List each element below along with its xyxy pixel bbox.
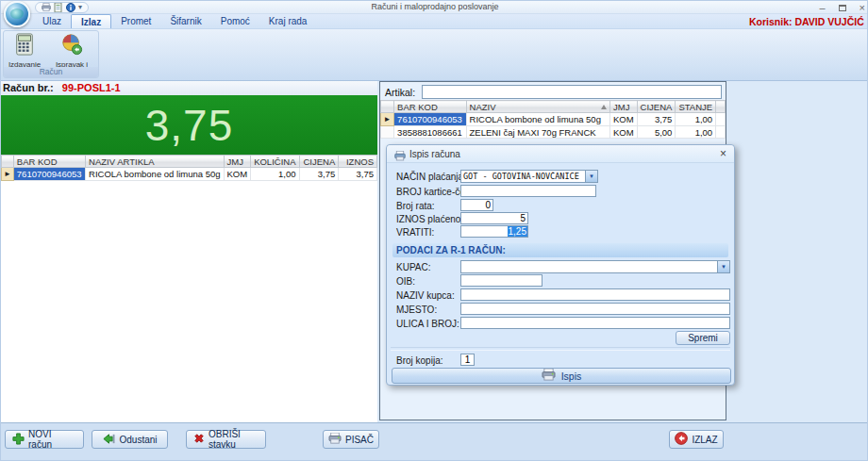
cell-stanje[interactable]: 1,00: [676, 126, 716, 139]
payment-dropdown-icon[interactable]: ▼: [585, 171, 597, 182]
close-button[interactable]: ×: [860, 3, 865, 12]
ulica-broj-input[interactable]: [460, 317, 730, 329]
ribbon-group-label: Račun: [4, 67, 98, 77]
col-jmj[interactable]: JMJ: [609, 101, 637, 113]
cell-stanje[interactable]: 1,00: [676, 113, 716, 126]
tab-izlaz[interactable]: Izlaz: [71, 14, 111, 29]
obrisi-stavku-button[interactable]: OBRIŠI stavku: [186, 430, 266, 449]
tab-pomoc[interactable]: Pomoć: [211, 14, 259, 29]
ispravak-rekapitulacija-button[interactable]: Ispravak i rekapitulacija prometa: [45, 31, 98, 69]
card-number-input[interactable]: [460, 185, 596, 197]
ribbon-group-racun: Izdavanje računa Ispravak i rekapitulaci…: [3, 30, 99, 78]
ulica-broj-label: ULICA I BROJ:: [396, 319, 459, 329]
obrisi-stavku-label: OBRIŠI stavku: [209, 429, 259, 450]
col-cijena[interactable]: CIJENA: [299, 156, 339, 168]
cell-iznos[interactable]: 3,75: [339, 168, 377, 181]
payment-label: NAČIN plaćanja:: [396, 172, 466, 182]
naziv-kupca-input[interactable]: [460, 288, 730, 301]
minimize-button[interactable]: –: [819, 3, 825, 12]
cell-kolicina[interactable]: 1,00: [251, 168, 299, 181]
title-bar[interactable]: Računi i maloprodajno poslovanje – ×: [1, 1, 868, 14]
col-naziv-artikla[interactable]: NAZIV ARTIKLA: [86, 156, 224, 168]
tab-kraj-rada[interactable]: Kraj rada: [259, 14, 317, 29]
tab-ulaz[interactable]: Ulaz: [33, 14, 71, 29]
cell-barkod[interactable]: 7610700946053: [13, 168, 85, 181]
payment-combobox[interactable]: GOT - GOTOVINA-NOVČANICE ▼: [460, 170, 598, 183]
cell-jmj[interactable]: KOM: [609, 113, 637, 126]
col-stanje[interactable]: STANJE: [676, 101, 716, 113]
cell-cijena[interactable]: 3,75: [299, 168, 339, 181]
col-iznos[interactable]: IZNOS: [339, 156, 377, 168]
col-cijena[interactable]: CIJENA: [637, 101, 676, 113]
ribbon: Izdavanje računa Ispravak i rekapitulaci…: [1, 29, 868, 81]
col-naziv-label: NAZIV: [470, 102, 496, 112]
kupac-label: KUPAC:: [396, 262, 431, 272]
installments-input[interactable]: [460, 199, 493, 211]
articles-table-row[interactable]: ► 7610700946053 RICOLA bombone od limuna…: [381, 113, 726, 126]
kupac-combobox[interactable]: ▼: [460, 260, 730, 273]
cell-barkod[interactable]: 7610700946053: [394, 113, 466, 126]
col-barkod[interactable]: BAR KOD: [13, 156, 85, 168]
izdavanje-racuna-button[interactable]: Izdavanje računa: [4, 31, 45, 69]
quick-print-icon[interactable]: [42, 3, 51, 12]
pie-chart-icon: [60, 33, 83, 59]
app-menu-orb[interactable]: [4, 1, 30, 27]
odustani-button[interactable]: Odustani: [92, 430, 168, 449]
change-input[interactable]: 1,25: [460, 225, 528, 238]
col-naziv[interactable]: NAZIV: [466, 101, 609, 113]
kupac-dropdown-icon[interactable]: ▼: [717, 261, 729, 272]
ribbon-tabs: Ulaz Izlaz Promet Šifarnik Pomoć Kraj ra…: [33, 14, 316, 29]
dialog-title-bar[interactable]: Ispis računa ×: [387, 145, 734, 163]
naziv-kupca-label: NAZIV kupca:: [396, 290, 455, 301]
cell-naziv[interactable]: ZELENI čaj MAXI 70g FRANCK: [466, 126, 609, 139]
col-kolicina[interactable]: KOLIČINA: [251, 156, 299, 168]
receipt-table-row[interactable]: ► 7610700946053 RICOLA bombone od limuna…: [2, 168, 377, 181]
odustani-label: Odustani: [119, 435, 157, 445]
window-title: Računi i maloprodajno poslovanje: [1, 2, 868, 11]
cell-cijena[interactable]: 5,00: [637, 126, 676, 139]
tab-sifarnik[interactable]: Šifarnik: [160, 14, 210, 29]
cell-naziv[interactable]: RICOLA bombone od limuna 50g: [466, 113, 609, 126]
amount-paid-input[interactable]: [460, 212, 528, 224]
row-selector-cell[interactable]: ►: [381, 113, 394, 126]
cell-naziv[interactable]: RICOLA bombone od limuna 50g: [86, 168, 224, 181]
izlaz-label: IZLAZ: [692, 435, 717, 445]
cell-cijena[interactable]: 3,75: [637, 113, 676, 126]
tab-promet[interactable]: Promet: [111, 14, 160, 29]
quick-access-toolbar: ▾: [35, 2, 89, 13]
pisac-button[interactable]: PISAČ: [323, 430, 379, 449]
articles-table-row[interactable]: 3858881086661 ZELENI čaj MAXI 70g FRANCK…: [381, 126, 726, 139]
novi-racun-label: NOVI račun: [28, 429, 76, 450]
cell-barkod[interactable]: 3858881086661: [394, 126, 466, 139]
main-area: Račun br.: 99-POSL1-1 3,75 BAR KOD NAZIV…: [1, 81, 868, 422]
oib-label: OIB:: [396, 276, 415, 287]
copies-input[interactable]: [460, 354, 475, 366]
col-jmj[interactable]: JMJ: [224, 156, 251, 168]
row-selector-header[interactable]: [381, 101, 394, 113]
row-selector-cell[interactable]: ►: [2, 168, 14, 181]
oib-input[interactable]: [460, 274, 542, 287]
spremi-button[interactable]: Spremi: [676, 331, 730, 345]
row-selector-header[interactable]: [2, 156, 14, 168]
col-barkod[interactable]: BAR KOD: [394, 101, 466, 113]
cell-jmj[interactable]: KOM: [224, 168, 251, 181]
mjesto-input[interactable]: [460, 303, 730, 315]
dialog-close-icon[interactable]: ×: [720, 147, 726, 160]
quick-info-icon[interactable]: [66, 3, 75, 12]
cell-filler: [716, 113, 726, 126]
row-selector-cell[interactable]: [381, 126, 394, 139]
total-display: 3,75: [1, 95, 377, 155]
col-filler: [716, 101, 726, 113]
quick-page-icon[interactable]: [54, 3, 63, 12]
izlaz-button[interactable]: IZLAZ: [669, 430, 724, 449]
qat-dropdown-icon[interactable]: ▾: [78, 3, 82, 12]
cell-jmj[interactable]: KOM: [609, 126, 637, 139]
cell-filler: [716, 126, 726, 139]
article-search-input[interactable]: [422, 85, 722, 99]
app-logo-icon: [10, 8, 24, 19]
articles-table: BAR KOD NAZIV JMJ CIJENA STANJE ► 761070…: [380, 100, 726, 139]
restore-button[interactable]: [839, 3, 846, 12]
ispis-button[interactable]: Ispis: [392, 368, 731, 384]
receipt-header: Račun br.: 99-POSL1-1: [1, 81, 377, 95]
novi-racun-button[interactable]: NOVI račun: [5, 430, 84, 449]
